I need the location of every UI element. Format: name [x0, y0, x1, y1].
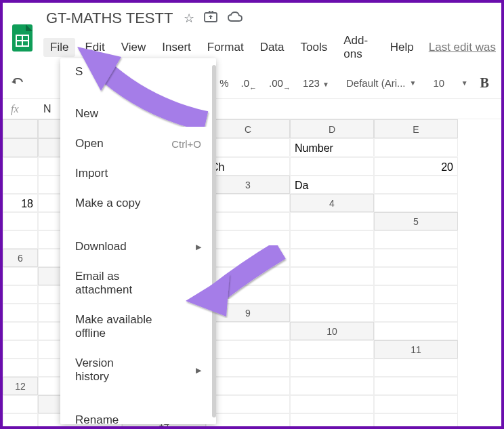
- cell-C9[interactable]: [3, 322, 38, 340]
- cell-A11[interactable]: [3, 359, 38, 377]
- cell-B9[interactable]: [374, 304, 458, 322]
- cell-A3[interactable]: Da: [290, 176, 374, 194]
- doc-title[interactable]: GT-MATHS TESTT: [43, 8, 175, 28]
- select-all-corner[interactable]: [3, 119, 38, 138]
- fx-label: fx: [3, 103, 38, 115]
- cell-F12[interactable]: [3, 395, 38, 413]
- cell-A10[interactable]: [374, 322, 458, 340]
- svg-marker-10: [186, 274, 230, 316]
- cell-E4[interactable]: [206, 212, 290, 230]
- fx-input[interactable]: N: [38, 103, 57, 115]
- menu-data[interactable]: Data: [253, 38, 291, 57]
- cell-E7[interactable]: [3, 285, 38, 304]
- cloud-icon[interactable]: [227, 11, 243, 26]
- annotation-arrow-top: [64, 40, 219, 142]
- cell-C7[interactable]: [290, 267, 374, 285]
- undo-icon[interactable]: [11, 77, 24, 89]
- cell-F6[interactable]: [3, 267, 38, 285]
- row-header-4[interactable]: 4: [290, 194, 374, 212]
- cell-B4[interactable]: [3, 212, 38, 230]
- cell-D11[interactable]: [206, 359, 290, 377]
- cell-F4[interactable]: [290, 212, 374, 230]
- col-header-E[interactable]: E: [374, 119, 458, 138]
- cell-B14[interactable]: [290, 413, 374, 429]
- percent-format-button[interactable]: %: [219, 77, 228, 89]
- cell-E5[interactable]: [290, 230, 374, 249]
- cell-D8[interactable]: [3, 304, 38, 322]
- cell-C1[interactable]: Number: [290, 138, 374, 157]
- cell-C3[interactable]: 18: [3, 194, 38, 212]
- decrease-decimal-button[interactable]: .0←: [241, 77, 257, 89]
- cell-E1[interactable]: [3, 157, 38, 176]
- cell-E13[interactable]: [3, 413, 38, 429]
- cell-C2[interactable]: 20: [374, 157, 458, 176]
- annotation-arrow-bottom: [179, 237, 287, 318]
- cell-D1[interactable]: [374, 138, 458, 157]
- cell-C12[interactable]: [206, 377, 290, 395]
- cell-A2[interactable]: Ch: [206, 157, 290, 176]
- star-icon[interactable]: ☆: [184, 11, 194, 26]
- cell-C13[interactable]: [290, 395, 374, 413]
- cell-B10[interactable]: [3, 340, 38, 359]
- cell-A14[interactable]: [206, 413, 290, 429]
- cell-A4[interactable]: [374, 194, 458, 212]
- cell-B2[interactable]: [290, 157, 374, 176]
- menu-rename[interactable]: Rename: [60, 405, 216, 424]
- cell-D2[interactable]: [3, 176, 38, 194]
- last-edit-link[interactable]: Last edit was: [429, 41, 496, 54]
- col-header-F[interactable]: [3, 138, 38, 157]
- row-header-12[interactable]: 12: [3, 377, 38, 395]
- cell-F11[interactable]: [374, 359, 458, 377]
- cell-E6[interactable]: [374, 249, 458, 267]
- row-header-11[interactable]: 11: [374, 340, 458, 359]
- menu-import[interactable]: Import: [60, 159, 216, 188]
- row-header-6[interactable]: 6: [3, 249, 38, 267]
- svg-rect-6: [209, 11, 213, 13]
- cell-D12[interactable]: [290, 377, 374, 395]
- cell-A9[interactable]: [290, 304, 374, 322]
- cell-E11[interactable]: [290, 359, 374, 377]
- bold-button[interactable]: B: [480, 75, 489, 91]
- cell-A5[interactable]: [3, 230, 38, 249]
- more-formats-button[interactable]: 123 ▼: [303, 77, 329, 89]
- cell-E10[interactable]: [206, 340, 290, 359]
- sheets-logo[interactable]: [11, 23, 34, 53]
- menu-version-history[interactable]: Version history▶: [60, 348, 216, 392]
- chevron-right-icon: ▶: [196, 366, 201, 375]
- cell-C8[interactable]: [374, 285, 458, 304]
- cell-D13[interactable]: [374, 395, 458, 413]
- cell-C14[interactable]: [374, 413, 458, 429]
- font-size-select[interactable]: 10 ▼: [433, 77, 467, 89]
- cell-F5[interactable]: [374, 230, 458, 249]
- cell-F9[interactable]: [206, 322, 290, 340]
- row-header-5[interactable]: 5: [374, 212, 458, 230]
- increase-decimal-button[interactable]: .00→: [269, 77, 291, 89]
- cell-B8[interactable]: [290, 285, 374, 304]
- cell-B13[interactable]: [206, 395, 290, 413]
- move-icon[interactable]: [204, 11, 217, 26]
- row-header-10[interactable]: 10: [290, 322, 374, 340]
- col-header-D[interactable]: D: [290, 119, 374, 138]
- row-header-3[interactable]: 3: [206, 176, 290, 194]
- cell-F3[interactable]: [206, 194, 290, 212]
- cell-E12[interactable]: [374, 377, 458, 395]
- cell-D7[interactable]: [374, 267, 458, 285]
- menu-help[interactable]: Help: [383, 38, 421, 57]
- menu-tools[interactable]: Tools: [294, 38, 335, 57]
- font-select[interactable]: Default (Ari... ▼: [341, 75, 421, 91]
- cell-B3[interactable]: [374, 176, 458, 194]
- cell-D6[interactable]: [290, 249, 374, 267]
- svg-marker-7: [209, 15, 213, 19]
- menu-make-copy[interactable]: Make a copy: [60, 188, 216, 218]
- menu-addons[interactable]: Add-ons: [337, 31, 381, 64]
- cell-F10[interactable]: [290, 340, 374, 359]
